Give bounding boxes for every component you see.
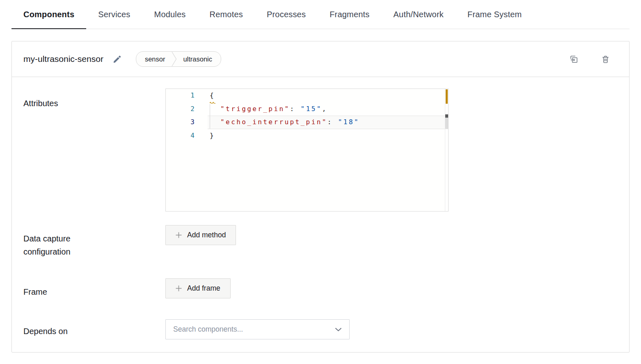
card-actions — [568, 53, 612, 66]
depends-on-select[interactable]: Search components... — [165, 319, 350, 339]
tab-frame-system[interactable]: Frame System — [456, 0, 533, 29]
tab-components[interactable]: Components — [11, 0, 86, 29]
overview-ruler — [445, 89, 448, 211]
edit-name-button[interactable] — [111, 53, 124, 66]
add-frame-button[interactable]: Add frame — [165, 278, 231, 298]
code-line-4: 4} — [166, 129, 448, 143]
data-capture-label: Data capture configuration — [23, 225, 165, 258]
line-number: 4 — [166, 129, 208, 143]
duplicate-icon — [569, 55, 579, 64]
attributes-label: Attributes — [23, 89, 165, 110]
code-line-2: 2 "trigger_pin": "15", — [166, 102, 448, 116]
tab-fragments[interactable]: Fragments — [318, 0, 381, 29]
attributes-row: Attributes 1{2 "trigger_pin": "15",3 "ec… — [12, 89, 629, 212]
tab-auth-network[interactable]: Auth/Network — [382, 0, 456, 29]
plus-icon — [176, 232, 182, 238]
depends-on-row: Depends on Search components... — [12, 319, 629, 339]
code-text: } — [208, 129, 448, 143]
warning-marker — [446, 89, 448, 104]
chevron-right-icon — [172, 52, 177, 66]
plus-icon — [176, 285, 182, 291]
scrollbar-thumb[interactable] — [445, 117, 448, 129]
cursor-marker — [445, 114, 448, 118]
tab-processes[interactable]: Processes — [255, 0, 318, 29]
code-line-3: 3 "echo_interrupt_pin": "18" — [166, 116, 448, 129]
warning-squiggle-icon — [210, 101, 215, 104]
trash-icon — [601, 55, 610, 64]
component-card-body: Attributes 1{2 "trigger_pin": "15",3 "ec… — [12, 89, 629, 352]
add-method-button[interactable]: Add method — [165, 225, 236, 245]
code-line-1: 1{ — [166, 89, 448, 102]
pencil-icon — [112, 55, 122, 64]
component-type-badge: sensor ultrasonic — [136, 51, 221, 67]
depends-on-label: Depends on — [23, 319, 165, 338]
line-number: 3 — [166, 116, 208, 129]
depends-on-placeholder: Search components... — [173, 325, 243, 334]
data-capture-row: Data capture configuration Add method — [12, 225, 629, 258]
code-text: "echo_interrupt_pin": "18" — [208, 116, 448, 129]
attributes-json-editor[interactable]: 1{2 "trigger_pin": "15",3 "echo_interrup… — [165, 89, 449, 212]
tab-bar: ComponentsServicesModulesRemotesProcesse… — [11, 0, 630, 29]
line-number: 1 — [166, 89, 208, 102]
duplicate-button[interactable] — [568, 53, 580, 66]
component-name: my-ultrasonic-sensor — [23, 54, 103, 64]
component-card-header: my-ultrasonic-sensor sensor ultrasonic — [12, 41, 629, 77]
chevron-down-icon — [335, 328, 342, 332]
add-method-label: Add method — [187, 231, 226, 239]
frame-label: Frame — [23, 278, 165, 298]
line-number: 2 — [166, 102, 208, 116]
indent-guide — [210, 104, 210, 129]
tab-services[interactable]: Services — [86, 0, 142, 29]
component-card: my-ultrasonic-sensor sensor ultrasonic — [11, 41, 630, 353]
delete-button[interactable] — [599, 53, 612, 66]
code-lines: 1{2 "trigger_pin": "15",3 "echo_interrup… — [166, 89, 448, 142]
add-frame-label: Add frame — [187, 284, 220, 293]
tab-remotes[interactable]: Remotes — [198, 0, 255, 29]
code-text: "trigger_pin": "15", — [208, 102, 448, 116]
component-type: sensor — [136, 55, 172, 63]
component-model: ultrasonic — [177, 55, 221, 63]
page: ComponentsServicesModulesRemotesProcesse… — [0, 0, 641, 353]
tab-modules[interactable]: Modules — [142, 0, 198, 29]
code-text: { — [208, 89, 448, 102]
frame-row: Frame Add frame — [12, 278, 629, 298]
